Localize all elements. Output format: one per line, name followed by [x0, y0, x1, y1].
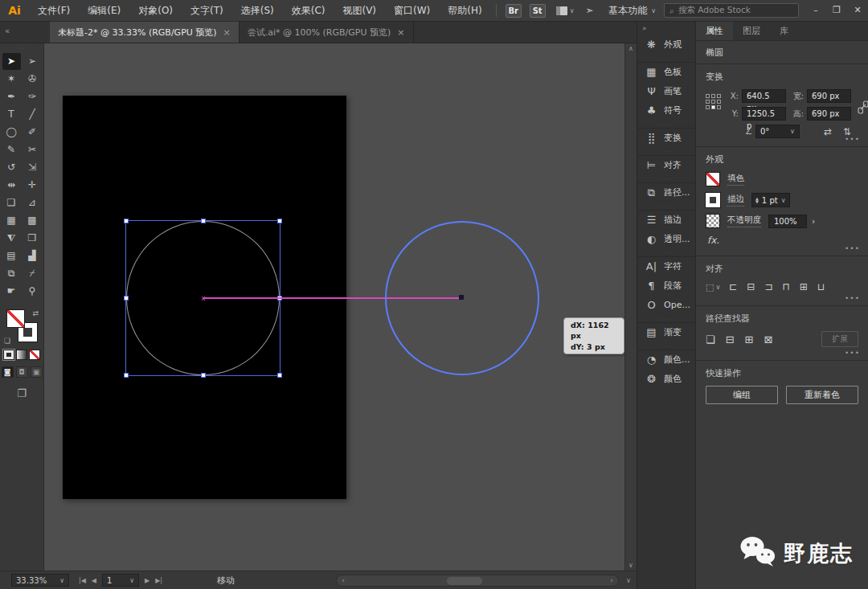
- selection-handle[interactable]: [277, 219, 282, 223]
- artboard-number-select[interactable]: 1 ∨: [102, 574, 139, 587]
- ellipse-tool[interactable]: ◯: [2, 124, 21, 141]
- selection-handle[interactable]: [201, 219, 206, 223]
- selection-tool[interactable]: ➤: [2, 53, 21, 70]
- stroke-label[interactable]: 描边: [727, 194, 744, 207]
- dock-character[interactable]: A| 字符: [637, 256, 695, 276]
- vertical-scrollbar[interactable]: ∧ ∨: [624, 43, 637, 571]
- opacity-swatch[interactable]: [706, 214, 720, 228]
- dock-transparency[interactable]: ◐ 透明...: [637, 229, 695, 248]
- horizontal-scrollbar[interactable]: ‹ ›: [336, 575, 619, 587]
- scroll-right-icon[interactable]: ›: [605, 576, 618, 584]
- color-button[interactable]: [3, 350, 14, 360]
- pathfinder-unite[interactable]: ❏: [706, 333, 715, 346]
- dock-color-guide[interactable]: ◔ 颜色...: [637, 350, 695, 369]
- menu-file[interactable]: 文件(F): [29, 0, 79, 21]
- pathfinder-more-options[interactable]: •••: [845, 349, 860, 357]
- dock-transform[interactable]: ⣿ 变换: [637, 128, 695, 147]
- gradient-button[interactable]: [16, 350, 27, 360]
- magic-wand-tool[interactable]: ✶: [2, 71, 21, 88]
- tab-properties[interactable]: 属性: [696, 22, 733, 40]
- menu-effect[interactable]: 效果(C): [283, 0, 334, 21]
- stock-button[interactable]: St: [530, 4, 546, 18]
- opacity-label[interactable]: 不透明度: [727, 215, 761, 227]
- opacity-options-icon[interactable]: ›: [809, 216, 818, 227]
- y-field[interactable]: 1250.5 p: [742, 107, 786, 121]
- flip-horizontal-icon[interactable]: ⇄: [824, 126, 832, 137]
- stock-search-input[interactable]: ⌕ 搜索 Adobe Stock: [664, 3, 799, 18]
- dock-appearance[interactable]: ❋ 外观: [637, 35, 695, 54]
- perspective-grid-tool[interactable]: ⊿: [23, 194, 42, 211]
- blend-tool[interactable]: ❒: [23, 230, 42, 247]
- scissors-tool[interactable]: ✂: [23, 141, 42, 158]
- shape-builder-tool[interactable]: ❏: [2, 194, 21, 211]
- dock-swatches[interactable]: ▦ 色板: [637, 62, 695, 81]
- dock-pathfinder[interactable]: ⧉ 路径...: [637, 182, 695, 202]
- canvas-area[interactable]: dX: 1162 px dY: 3 px: [44, 43, 624, 571]
- artboard-tool[interactable]: ⧉: [2, 265, 21, 282]
- draw-behind-button[interactable]: ◘: [16, 366, 28, 378]
- scroll-down-icon[interactable]: ∨: [625, 562, 637, 569]
- selection-handle[interactable]: [124, 219, 129, 223]
- panel-drag-handle[interactable]: ·····: [0, 43, 43, 53]
- menu-view[interactable]: 视图(V): [334, 0, 385, 21]
- menu-edit[interactable]: 编辑(E): [79, 0, 129, 21]
- direct-selection-tool[interactable]: ➢: [23, 53, 42, 70]
- zoom-level-select[interactable]: 33.33% ∨: [11, 574, 69, 587]
- height-field[interactable]: 690 px: [807, 107, 851, 121]
- fill-color-swatch[interactable]: [6, 309, 25, 328]
- align-to-selector[interactable]: ⬚ ∨: [706, 282, 720, 292]
- tab-changshi-ai[interactable]: 尝试.ai* @ 100% (RGB/GPU 预览) ×: [240, 22, 414, 43]
- menu-window[interactable]: 窗口(W): [385, 0, 439, 21]
- fill-swatch[interactable]: [706, 172, 720, 186]
- selection-handle[interactable]: [124, 296, 129, 301]
- maximize-button[interactable]: ❒: [826, 0, 847, 21]
- selection-handle[interactable]: [277, 373, 282, 378]
- align-vertical-center[interactable]: ⊞: [800, 281, 808, 292]
- menu-help[interactable]: 帮助(H): [439, 0, 490, 21]
- pathfinder-intersect[interactable]: ⊞: [745, 333, 754, 346]
- scroll-corner-icon[interactable]: ∨: [622, 577, 635, 584]
- align-more-options[interactable]: •••: [845, 294, 860, 302]
- menu-type[interactable]: 文字(T): [182, 0, 232, 21]
- close-tab-icon[interactable]: ×: [397, 27, 404, 38]
- transform-more-options[interactable]: •••: [845, 135, 860, 143]
- rotation-select[interactable]: 0° ∨: [755, 125, 800, 138]
- slice-tool[interactable]: ⌿: [23, 265, 42, 282]
- dock-color[interactable]: ❂ 颜色: [637, 369, 695, 388]
- previous-artboard-icon[interactable]: ◀: [92, 577, 96, 584]
- dock-paragraph[interactable]: ¶ 段落: [637, 276, 695, 295]
- align-horizontal-center[interactable]: ⊟: [747, 281, 755, 292]
- scroll-left-icon[interactable]: ‹: [337, 576, 350, 584]
- symbol-sprayer-tool[interactable]: ▤: [2, 247, 21, 264]
- bridge-button[interactable]: Br: [506, 4, 522, 18]
- recolor-button[interactable]: 重新着色: [786, 386, 858, 404]
- eyedropper-tool[interactable]: ⧨: [2, 230, 21, 247]
- line-segment-tool[interactable]: ╱: [23, 106, 42, 123]
- collapse-panels-icon[interactable]: «: [0, 22, 14, 43]
- pathfinder-minus-front[interactable]: ⊟: [726, 333, 735, 346]
- none-button[interactable]: [29, 350, 40, 360]
- draw-normal-button[interactable]: ◙: [2, 366, 14, 378]
- scale-tool[interactable]: ⇲: [23, 159, 42, 176]
- reference-point-grid[interactable]: [706, 94, 721, 141]
- lasso-tool[interactable]: ✇: [23, 71, 42, 88]
- screen-mode-icon[interactable]: ❐: [0, 387, 43, 399]
- swap-fill-stroke-icon[interactable]: ⇄: [32, 309, 39, 317]
- puppet-warp-tool[interactable]: ✛: [23, 177, 42, 194]
- mesh-tool[interactable]: ▦: [2, 212, 21, 229]
- tab-layers[interactable]: 图层: [733, 22, 770, 40]
- rotate-tool[interactable]: ↺: [2, 159, 21, 176]
- stroke-swatch[interactable]: [706, 193, 720, 207]
- first-artboard-icon[interactable]: |◀: [79, 577, 86, 584]
- align-horizontal-right[interactable]: ⊐: [764, 281, 772, 292]
- menu-select[interactable]: 选择(S): [232, 0, 283, 21]
- pathfinder-exclude[interactable]: ⊠: [764, 333, 772, 346]
- hand-tool[interactable]: ☛: [2, 283, 21, 300]
- dock-stroke[interactable]: ☰ 描边: [637, 210, 695, 229]
- graph-tool[interactable]: ▟: [23, 247, 42, 264]
- selection-handle[interactable]: [124, 373, 129, 378]
- default-fill-stroke-icon[interactable]: ❏: [4, 337, 10, 345]
- scrollbar-thumb[interactable]: [447, 577, 482, 585]
- align-vertical-bottom[interactable]: ⊔: [817, 281, 825, 292]
- dock-gradient[interactable]: ▤ 渐变: [637, 322, 695, 342]
